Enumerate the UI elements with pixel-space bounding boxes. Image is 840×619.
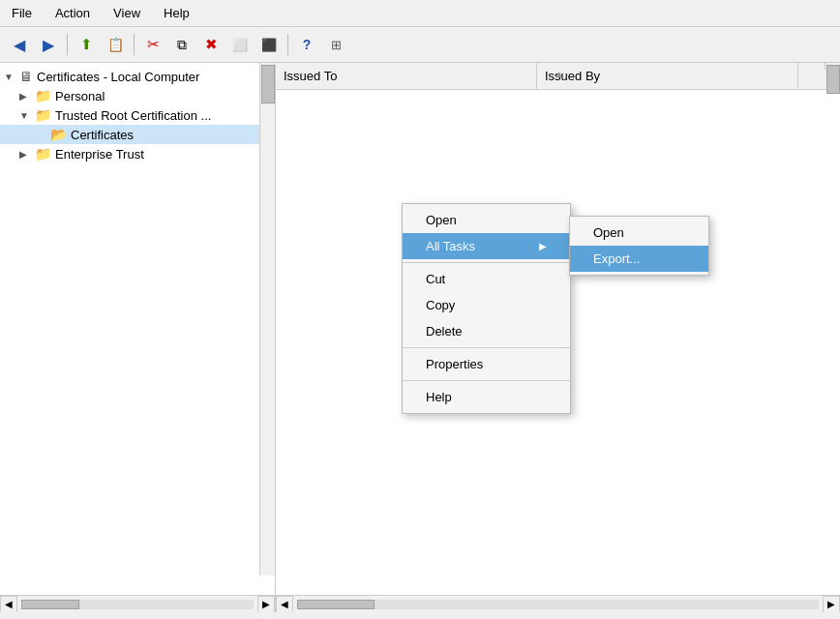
ctx-separator-2 [403,347,570,348]
ctx-menu-all-tasks[interactable]: All Tasks ▶ [403,233,570,259]
tree-item-personal-label: Personal [55,89,105,103]
left-hscroll-thumb[interactable] [21,600,79,609]
col-issued-by-label: Issued By [545,69,600,83]
expander-enterprise: ▶ [19,149,35,160]
submenu-export-label: Export... [593,251,640,266]
tree-item-trusted-root[interactable]: ▼ 📁 Trusted Root Certification ... [0,105,275,125]
left-hscroll-left-arrow[interactable]: ◀ [0,596,17,613]
tree-item-trusted-root-label: Trusted Root Certification ... [55,108,211,123]
ctx-copy-label: Copy [426,298,455,312]
tree-root-label: Certificates - Local Computer [37,70,199,84]
ctx-separator-3 [403,380,570,381]
ctx-menu-help[interactable]: Help [403,384,570,410]
context-menu: Open All Tasks ▶ Cut Copy Delete Propert… [402,203,571,414]
delete-button[interactable]: ✖ [197,31,225,58]
right-hscroll-left-arrow[interactable]: ◀ [276,596,293,613]
tree-item-enterprise-label: Enterprise Trust [55,147,144,162]
folder-icon-certificates: 📂 [50,127,67,142]
ctx-all-tasks-arrow: ▶ [539,241,547,251]
left-hscrollbar[interactable]: ◀ ▶ [0,595,275,612]
right-hscroll-track [297,600,819,609]
tree-item-personal[interactable]: ▶ 📁 Personal [0,86,275,105]
menu-file[interactable]: File [8,4,36,22]
left-panel: ▼ 🖥 Certificates - Local Computer ▶ 📁 Pe… [0,63,276,612]
back-button[interactable]: ◀ [6,31,33,58]
toolbar-separator-3 [287,34,288,55]
sort-arrow-icon: ▲ [555,69,564,79]
col-header-issued-to[interactable]: Issued To [276,63,537,89]
menu-bar: File Action View Help [0,0,840,27]
up-button[interactable]: ⬆ [73,31,100,58]
expander-personal: ▶ [19,91,35,102]
help-button[interactable]: ? [293,31,320,58]
ctx-menu-copy[interactable]: Copy [403,292,570,318]
submenu-export[interactable]: Export... [570,246,708,272]
forward-button[interactable]: ▶ [35,31,62,58]
menu-action[interactable]: Action [51,4,94,22]
export-button[interactable]: ⬜ [226,31,254,58]
left-hscroll-track [21,600,254,609]
tree-vscrollbar[interactable] [259,63,275,575]
ctx-menu-cut[interactable]: Cut [403,266,570,292]
tree-item-certificates-label: Certificates [71,128,134,142]
ctx-delete-label: Delete [426,324,463,339]
ctx-properties-label: Properties [426,357,483,371]
submenu-open-label: Open [593,225,624,240]
right-hscrollbar[interactable]: ◀ ▶ [276,595,840,612]
import-button[interactable]: ⬛ [255,31,283,58]
right-hscroll-thumb[interactable] [297,600,375,609]
tree-area: ▼ 🖥 Certificates - Local Computer ▶ 📁 Pe… [0,63,275,595]
col-header-issued-by[interactable]: Issued By ▲ [537,63,798,89]
expander-certificates [35,130,50,140]
submenu: Open Export... [569,216,709,276]
tree-item-certificates[interactable]: 📂 Certificates [0,125,275,144]
tree-vscroll-thumb[interactable] [261,65,275,103]
column-header: Issued To Issued By ▲ [276,63,840,90]
folder-icon-enterprise: 📁 [35,146,51,162]
tree-item-root[interactable]: ▼ 🖥 Certificates - Local Computer [0,67,275,86]
toolbar-separator-1 [67,34,68,55]
computer-icon: 🖥 [19,69,33,84]
submenu-open[interactable]: Open [570,220,708,246]
ctx-menu-open[interactable]: Open [403,207,570,233]
toolbar-separator-2 [134,34,135,55]
ctx-open-label: Open [426,213,457,227]
right-panel: Issued To Issued By ▲ ◀ ▶ Open [276,63,840,612]
menu-help[interactable]: Help [160,4,194,22]
new-button[interactable]: 📋 [102,31,129,58]
right-vscrollbar[interactable] [825,63,840,70]
menu-view[interactable]: View [109,4,144,22]
copy-button[interactable]: ⧉ [168,31,195,58]
ctx-menu-properties[interactable]: Properties [403,351,570,377]
left-hscroll-right-arrow[interactable]: ▶ [257,596,275,613]
expander-trusted-root: ▼ [19,110,35,121]
right-hscroll-right-arrow[interactable]: ▶ [823,596,840,613]
col-issued-to-label: Issued To [284,69,337,83]
tree-item-enterprise-trust[interactable]: ▶ 📁 Enterprise Trust [0,144,275,163]
main-layout: ▼ 🖥 Certificates - Local Computer ▶ 📁 Pe… [0,63,840,612]
expander-root: ▼ [4,72,19,82]
toolbar: ◀ ▶ ⬆ 📋 ✂ ⧉ ✖ ⬜ ⬛ ? ⊞ [0,27,840,63]
properties-button[interactable]: ⊞ [322,31,349,58]
folder-icon-trusted-root: 📁 [35,107,51,123]
ctx-menu-delete[interactable]: Delete [403,318,570,344]
ctx-all-tasks-label: All Tasks [426,239,475,253]
ctx-help-label: Help [426,390,452,404]
ctx-cut-label: Cut [426,272,445,286]
cut-button[interactable]: ✂ [139,31,166,58]
ctx-separator-1 [403,262,570,263]
folder-icon-personal: 📁 [35,88,51,103]
